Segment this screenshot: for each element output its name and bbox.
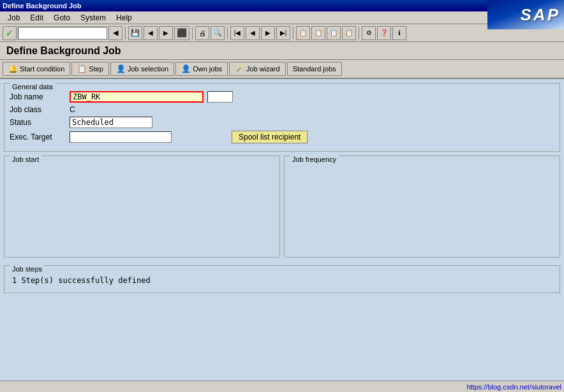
standard-jobs-button[interactable]: Standard jobs <box>287 62 342 76</box>
status-url: https://blog.csdn.net/siutoravel <box>466 383 561 391</box>
title-bar: Define Background Job _ □ ✕ <box>0 0 564 11</box>
step-label: Step <box>89 65 103 73</box>
toolbar-nav4[interactable]: ▶| <box>276 26 290 40</box>
menu-bar: Job Edit Goto System Help <box>0 11 564 24</box>
job-class-label: Job class <box>10 105 67 114</box>
toolbar-doc2[interactable]: 📋 <box>311 26 325 40</box>
sap-logo: SAP <box>487 0 564 29</box>
doc2-icon: 📋 <box>315 29 322 36</box>
exec-target-input[interactable] <box>70 131 172 143</box>
separator-1 <box>125 27 126 40</box>
settings-icon: ⚙ <box>366 29 372 36</box>
main-content: General data Job name Job class C Status… <box>0 79 564 381</box>
print-icon: 🖨 <box>199 29 206 37</box>
toolbar-doc1[interactable]: 📋 <box>296 26 310 40</box>
toolbar-doc3[interactable]: 📋 <box>327 26 341 40</box>
standard-jobs-label: Standard jobs <box>293 65 336 73</box>
separator-5 <box>359 27 359 40</box>
start-condition-button[interactable]: 🔔 Start condition <box>3 62 70 76</box>
job-frequency-section: Job frequency <box>284 156 560 258</box>
exec-target-row: Exec. Target Spool list recipient <box>10 131 554 143</box>
menu-help[interactable]: Help <box>111 12 137 24</box>
toolbar-save-btn[interactable]: 💾 <box>128 26 142 40</box>
check-icon: ✓ <box>6 28 13 38</box>
job-name-label: Job name <box>10 92 67 101</box>
toolbar-shortcut2[interactable]: ▶ <box>159 26 173 40</box>
toolbar-info-btn[interactable]: ℹ <box>392 26 406 40</box>
job-class-row: Job class C <box>10 105 554 114</box>
spool-list-recipient-button[interactable]: Spool list recipient <box>232 131 308 143</box>
job-selection-label: Job selection <box>128 65 168 73</box>
job-selection-icon: 👤 <box>116 64 126 73</box>
sap-logo-text: SAP <box>521 5 560 25</box>
job-wizard-icon: 🪄 <box>235 64 244 73</box>
doc3-icon: 📋 <box>330 29 338 36</box>
own-jobs-label: Own jobs <box>193 65 222 73</box>
stop-icon: ⬛ <box>177 28 187 38</box>
job-steps-status: 1 Step(s) successfully defined <box>10 273 554 287</box>
job-steps-label: Job steps <box>10 265 45 273</box>
menu-job[interactable]: Job <box>3 12 25 24</box>
action-bar: 🔔 Start condition 📋 Step 👤 Job selection… <box>0 60 564 79</box>
job-selection-button[interactable]: 👤 Job selection <box>110 62 174 76</box>
shortcut2-icon: ▶ <box>163 29 168 36</box>
job-name-row: Job name <box>10 91 554 103</box>
page-title: Define Background Job <box>0 42 564 60</box>
save-icon: 💾 <box>131 29 140 37</box>
general-data-label: General data <box>10 83 56 91</box>
doc1-icon: 📋 <box>299 29 307 36</box>
toolbar-nav2[interactable]: ◀ <box>246 26 260 40</box>
menu-system[interactable]: System <box>75 12 111 24</box>
start-condition-icon: 🔔 <box>8 64 18 73</box>
job-wizard-label: Job wizard <box>246 65 280 73</box>
status-label: Status <box>10 118 67 127</box>
status-row: Status <box>10 117 554 128</box>
toolbar-back-btn[interactable]: ◀ <box>108 26 122 40</box>
menu-goto[interactable]: Goto <box>48 12 75 24</box>
toolbar-nav3[interactable]: ▶ <box>261 26 275 40</box>
toolbar-doc4[interactable]: 📋 <box>342 26 356 40</box>
own-jobs-button[interactable]: 👤 Own jobs <box>175 62 228 76</box>
job-start-section: Job start <box>4 156 280 258</box>
menu-edit[interactable]: Edit <box>25 12 48 24</box>
step-icon: 📋 <box>77 64 87 73</box>
job-frequency-label: Job frequency <box>290 156 339 163</box>
doc4-icon: 📋 <box>345 29 353 36</box>
general-data-section: General data Job name Job class C Status… <box>4 83 560 152</box>
toolbar-print-btn[interactable]: 🖨 <box>195 26 209 40</box>
find-icon: 🔍 <box>213 29 222 37</box>
shortcut1-icon: ◀ <box>148 29 153 36</box>
separator-3 <box>227 27 228 40</box>
command-input[interactable] <box>18 27 107 40</box>
toolbar-find-btn[interactable]: 🔍 <box>211 26 225 40</box>
info-icon: ℹ <box>398 29 401 36</box>
help-icon: ❓ <box>380 29 388 36</box>
toolbar-stop-btn[interactable]: ⬛ <box>174 26 189 40</box>
exec-target-label: Exec. Target <box>10 133 67 142</box>
separator-4 <box>293 27 293 40</box>
toolbar-nav1[interactable]: |◀ <box>230 26 244 40</box>
job-start-label: Job start <box>10 156 41 163</box>
toolbar-shortcut1[interactable]: ◀ <box>144 26 158 40</box>
job-name-extra-input[interactable] <box>207 91 233 103</box>
job-class-value: C <box>70 105 75 114</box>
separator-2 <box>192 27 193 40</box>
toolbar-check-btn[interactable]: ✓ <box>3 26 17 40</box>
status-input[interactable] <box>70 117 152 128</box>
start-condition-label: Start condition <box>20 65 64 73</box>
toolbar: ✓ ◀ 💾 ◀ ▶ ⬛ 🖨 🔍 |◀ ◀ ▶ ▶| 📋 📋 📋 📋 ⚙ ❓ <box>0 24 564 42</box>
two-col-sections: Job start Job frequency <box>4 156 560 261</box>
own-jobs-icon: 👤 <box>181 64 191 73</box>
toolbar-help-btn[interactable]: ❓ <box>377 26 391 40</box>
job-name-input[interactable] <box>70 91 204 103</box>
job-steps-section: Job steps 1 Step(s) successfully defined <box>4 265 560 293</box>
job-wizard-button[interactable]: 🪄 Job wizard <box>229 62 286 76</box>
toolbar-settings-btn[interactable]: ⚙ <box>362 26 376 40</box>
step-button[interactable]: 📋 Step <box>71 62 109 76</box>
title-bar-title: Define Background Job <box>3 2 81 10</box>
back-icon: ◀ <box>113 29 118 37</box>
status-bar: https://blog.csdn.net/siutoravel <box>0 381 564 392</box>
